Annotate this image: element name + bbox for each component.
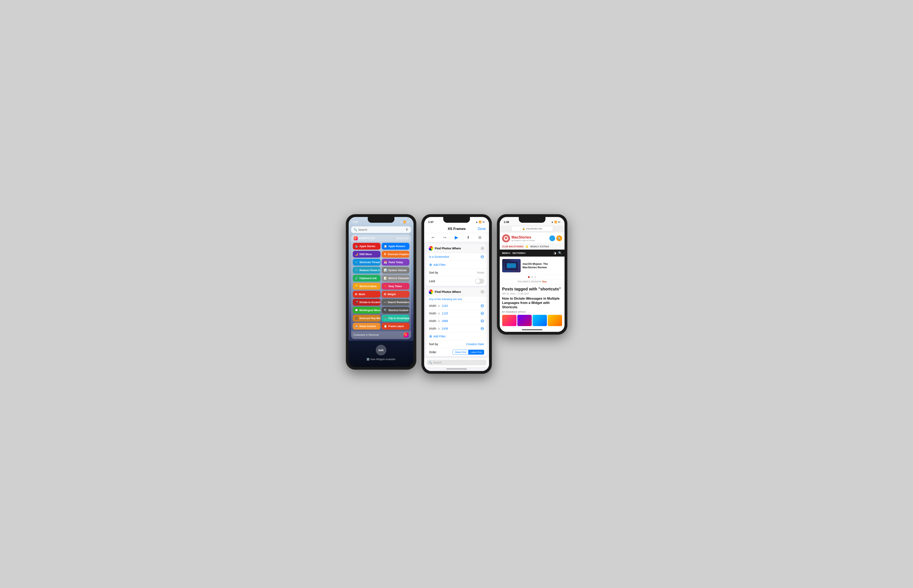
shortcut-overcast-play[interactable]: 🎧 Overcast Play Menu	[353, 315, 380, 321]
sort-label-2: Sort by	[429, 342, 438, 346]
add-filter-text-2: Add Filter	[434, 335, 446, 338]
share-icon[interactable]: ⬆	[467, 235, 470, 240]
order-buttons: Oldest First Latest First	[453, 350, 484, 355]
show-less-btn[interactable]: Show Less	[397, 237, 409, 240]
shortcut-label: Tasks Today	[389, 261, 403, 264]
search-inner[interactable]: 🔍 Search	[427, 360, 487, 365]
undo-icon[interactable]: ↩	[432, 235, 435, 240]
sponsor-bar: THIS WEEK'S SPONSOR: Bear	[500, 279, 565, 284]
remove-width-btn-1[interactable]: ⊖	[481, 304, 484, 308]
plus-icon-1: ⊕	[429, 263, 432, 267]
article-screenshots	[500, 315, 565, 328]
shortcut-custom-sh[interactable]: 🔍 Shortcut Custom Sh...	[382, 307, 410, 313]
shortcut-apple-rumors[interactable]: 📋 Apple Rumors	[382, 243, 410, 250]
article-full-title[interactable]: How to Dictate iMessages in Multiple Lan…	[500, 296, 565, 310]
new-widgets-text: ℹ️ New Widgets Available	[366, 358, 395, 361]
width-text-2: Width is 1125	[429, 312, 448, 315]
shortcut-multilingual[interactable]: 💬 Multilingual iMessag...	[353, 307, 380, 313]
width-val: 1242	[442, 304, 448, 307]
home-indicator-2	[424, 367, 489, 371]
width-row-3: Width is 2688 ⊖	[426, 317, 487, 325]
notch-1	[368, 217, 394, 223]
shortcut-icon: 🎙	[384, 253, 387, 256]
close-btn-1[interactable]: ✕	[481, 246, 484, 250]
shortcut-overcast-chapters[interactable]: 🎙 Overcast Chapters	[382, 251, 410, 258]
close-btn-2[interactable]: ✕	[481, 290, 484, 294]
shortcut-redeem-itunes[interactable]: 🛒 Redeem iTunes Code	[353, 267, 380, 274]
signal-icon-2: ▲	[476, 221, 478, 223]
order-row: Order Oldest First Latest First	[426, 348, 487, 356]
home-indicator-3	[500, 328, 565, 332]
shortcut-icon: ✂️	[384, 317, 387, 320]
article-preview[interactable]: macOS Mojave: The MacStories Review	[500, 257, 565, 275]
wifi-icon-1: 📶	[403, 221, 406, 223]
remove-width-btn-2[interactable]: ⊖	[481, 311, 484, 316]
shortcut-icon: 🏠	[355, 325, 358, 328]
club-text[interactable]: CLUB MACSTORIES	[502, 246, 524, 248]
edit-button-1[interactable]: Edit	[376, 345, 387, 355]
dot-2[interactable]	[531, 276, 533, 278]
shortcut-label: Shortcut Ideas	[359, 285, 377, 288]
add-filter-row-1[interactable]: ⊕ Add Filter	[426, 261, 487, 269]
shortcut-dictate[interactable]: 🎤 Dictate to Scratchpad	[353, 299, 380, 305]
time-2: 1:37	[428, 220, 434, 223]
contrast-icon[interactable]: ◑	[554, 251, 556, 255]
limit-toggle[interactable]	[475, 278, 484, 284]
remove-filter-btn-1[interactable]: ⊖	[481, 255, 484, 259]
play-icon[interactable]: ▶	[455, 235, 458, 240]
shortcut-label: Shortcuts Thread	[359, 261, 380, 264]
signal-icon-3: ▲	[551, 221, 554, 223]
twitter-icon[interactable]: 🐦	[549, 236, 555, 241]
width-text-1: Width is 1242	[429, 304, 448, 307]
oldest-first-btn[interactable]: Oldest First	[453, 350, 468, 355]
shortcut-dnd-menu[interactable]: 🌙 DND Menu	[353, 251, 380, 258]
search-bar-1[interactable]: 🔍 Search 🎙	[351, 226, 411, 233]
shortcut-shortcut-ideas[interactable]: 💡 Shortcut Ideas	[353, 283, 380, 289]
shortcut-weight[interactable]: ⚖ Weight	[382, 291, 410, 297]
shortcut-clipboard-link[interactable]: 🔗 Clipboard Link	[353, 275, 380, 282]
shortcut-shortcuts-thread[interactable]: 🐦 Shortcuts Thread	[353, 259, 380, 266]
shortcut-apple-stories[interactable]: 📚 Apple Stories	[353, 243, 380, 250]
site-name: MacStories	[512, 235, 535, 239]
add-filter-row-2[interactable]: ⊕ Add Filter	[426, 333, 487, 341]
browser-url-bar[interactable]: 🔒 macstories.net	[500, 226, 565, 233]
rss-icon[interactable]: 📡	[556, 236, 562, 241]
app-nav-bar: XS Frames Done	[424, 226, 489, 233]
shortcut-clip-scratchpad[interactable]: ✂️ Clip to Scratchpad	[382, 315, 410, 321]
shortcut-icon: 🎧	[355, 317, 358, 320]
status-icons-1: ▲ 📶 ▪▪▪	[400, 221, 410, 223]
dot-1[interactable]	[528, 276, 530, 278]
macstories-logo-icon[interactable]: M	[502, 234, 510, 242]
menu-item-sections[interactable]: SECTIONS ▾	[512, 252, 526, 255]
latest-first-btn[interactable]: Latest First	[468, 350, 484, 355]
weekly-text[interactable]: WEEKLY EXTRAS	[530, 246, 549, 248]
shortcuts-widget: ⚡ SHORTCUTS Show Less 📚 Apple Stories 📋 …	[351, 234, 411, 339]
settings-icon[interactable]: ⊞	[478, 235, 481, 240]
shortcut-home-control[interactable]: 🏠 Home Control	[353, 323, 380, 330]
nav-done-btn[interactable]: Done	[478, 227, 486, 231]
customize-row: Customize in Shortcuts ⚡	[351, 331, 411, 339]
sponsor-name[interactable]: Bear	[542, 281, 547, 283]
social-icons: 🐦 📡	[549, 236, 562, 241]
time-3: 1:38	[504, 220, 509, 223]
shortcut-sexy-times[interactable]: ❤️ Sexy Times	[382, 283, 410, 289]
remove-width-btn-4[interactable]: ⊖	[481, 326, 484, 331]
shortcut-tasks-today[interactable]: 📅 Tasks Today	[382, 259, 410, 266]
remove-width-btn-3[interactable]: ⊖	[481, 319, 484, 323]
shortcut-frame-latest[interactable]: 📋 Frame Latest	[382, 323, 410, 330]
mic-icon-1[interactable]: 🎙	[405, 228, 409, 231]
redo-icon[interactable]: ↪	[443, 235, 446, 240]
shortcut-word-character[interactable]: 📝 Word & Character C...	[382, 275, 410, 282]
shortcut-system-volume[interactable]: 📊 System Volume	[382, 267, 410, 274]
search-nav-icon[interactable]: 🔍	[558, 251, 562, 255]
dot-3[interactable]	[534, 276, 536, 278]
url-field[interactable]: 🔒 macstories.net	[512, 226, 553, 231]
menu-label: MENU	[502, 252, 509, 254]
shortcut-waist[interactable]: ⚖ Waist	[353, 291, 380, 297]
shortcut-search-reminders[interactable]: ⋯ Search Reminders F...	[382, 299, 410, 305]
order-label: Order	[429, 351, 437, 354]
nav-icons: ◑ 🔍	[554, 251, 562, 255]
menu-item-menu[interactable]: MENU ▾	[502, 252, 510, 255]
width-row-1: Width is 1242 ⊖	[426, 302, 487, 310]
widget-header-left: ⚡ SHORTCUTS	[354, 236, 375, 241]
